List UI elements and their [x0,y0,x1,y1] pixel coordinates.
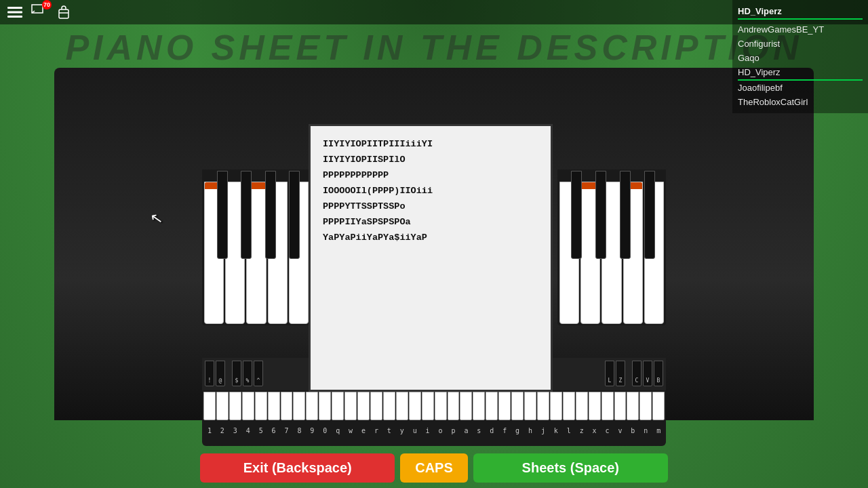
sheets-button[interactable]: Sheets (Space) [473,453,668,483]
white-key-k[interactable] [550,392,562,420]
white-key-g[interactable] [511,392,524,420]
white-key-d[interactable] [486,392,498,420]
chat-player-5: Joaofilipebf [738,81,863,95]
white-key-c[interactable] [601,392,614,420]
white-key-b[interactable] [627,392,639,420]
key-label-6: 6 [268,427,280,434]
key-label-7: 7 [281,427,293,434]
key-label-v: v [614,427,627,434]
white-key-3[interactable] [229,392,241,420]
key-label-e: e [357,427,370,434]
white-key-6[interactable] [268,392,280,420]
white-key-t[interactable] [383,392,395,420]
key-label-a: a [460,427,472,434]
white-key-7[interactable] [281,392,293,420]
key-label-o: o [435,427,447,434]
black-key-C[interactable]: C [632,361,642,386]
caps-button[interactable]: CAPS [400,453,467,483]
white-key-2[interactable] [216,392,229,420]
key-label-l: l [563,427,575,434]
backpack-icon[interactable] [54,3,73,22]
white-key-o[interactable] [435,392,447,420]
white-key-1[interactable] [203,392,216,420]
menu-icon[interactable] [5,3,24,22]
key-label-m: m [652,427,665,434]
black-key-5[interactable]: ^ [254,361,263,386]
white-key-a[interactable] [460,392,472,420]
key-label-j: j [537,427,549,434]
key-label-0: 0 [319,427,331,434]
black-key-3[interactable]: $ [232,361,241,386]
white-key-s[interactable] [473,392,485,420]
black-key-4[interactable]: % [243,361,252,386]
sheet-content: IIYIYIOPIITPIIIiiiYI IIYIYIOPIISPIlO PPP… [323,137,538,246]
white-key-u[interactable] [409,392,421,420]
key-label-r: r [370,427,382,434]
white-key-l[interactable] [563,392,575,420]
black-key-Z[interactable]: Z [616,361,625,386]
white-key-5[interactable] [255,392,267,420]
key-label-c: c [601,427,614,434]
white-key-n[interactable] [639,392,652,420]
key-label-k: k [550,427,562,434]
key-label-b: b [627,427,639,434]
key-label-f: f [498,427,511,434]
chat-player-1: AndrewGamesBE_YT [738,22,863,37]
key-label-i: i [422,427,434,434]
svg-rect-3 [59,9,68,18]
white-key-v[interactable] [614,392,627,420]
key-label-p: p [448,427,460,434]
white-key-y[interactable] [396,392,408,420]
key-label-h: h [524,427,536,434]
white-keys-row [202,390,666,422]
key-label-3: 3 [229,427,241,434]
black-key-V[interactable]: V [643,361,652,386]
notification-badge: 70 [42,0,52,9]
key-label-z: z [576,427,588,434]
white-key-w[interactable] [344,392,357,420]
key-label-t: t [383,427,395,434]
white-key-x[interactable] [589,392,601,420]
white-key-0[interactable] [319,392,331,420]
chat-self-name: HD_Viperz [738,4,863,20]
white-key-j[interactable] [537,392,549,420]
black-key-L[interactable]: L [605,361,614,386]
key-label-y: y [396,427,408,434]
sheet-music-popup[interactable]: IIYIYIOPIITPIIIiiiYI IIYIYIOPIISPIlO PPP… [309,124,553,392]
white-key-r[interactable] [370,392,382,420]
piano-keys-left [202,169,311,325]
key-label-s: s [473,427,485,434]
key-label-8: 8 [293,427,305,434]
key-label-w: w [344,427,357,434]
white-key-m[interactable] [652,392,665,420]
key-label-5: 5 [255,427,267,434]
white-key-p[interactable] [448,392,460,420]
chat-panel: HD_Viperz AndrewGamesBE_YT Configurist G… [732,0,868,113]
black-key-1[interactable]: ! [205,361,214,386]
key-label-9: 9 [306,427,318,434]
white-key-8[interactable] [293,392,305,420]
piano-keys-right [557,169,666,325]
key-label-q: q [332,427,344,434]
white-key-9[interactable] [306,392,318,420]
black-key-B[interactable]: B [654,361,663,386]
key-label-d: d [486,427,498,434]
key-labels-row: 1 2 3 4 5 6 7 8 9 0 q w e r t y u i o p … [202,422,666,439]
svg-rect-0 [7,7,22,9]
black-key-2[interactable]: @ [216,361,225,386]
bottom-buttons-row: Exit (Backspace) CAPS Sheets (Space) [200,453,668,483]
key-label-x: x [589,427,601,434]
chat-player-3: Gaqo [738,51,863,65]
white-key-i[interactable] [422,392,434,420]
chat-player-6: TheRobloxCatGirl [738,95,863,109]
white-key-z[interactable] [576,392,588,420]
exit-button[interactable]: Exit (Backspace) [200,453,395,483]
white-key-f[interactable] [498,392,511,420]
white-key-q[interactable] [332,392,344,420]
chat-icon[interactable]: 70 [30,3,49,22]
white-key-4[interactable] [242,392,254,420]
svg-rect-2 [7,16,22,18]
white-key-h[interactable] [524,392,536,420]
white-key-e[interactable] [357,392,370,420]
chat-player-2: Configurist [738,37,863,51]
